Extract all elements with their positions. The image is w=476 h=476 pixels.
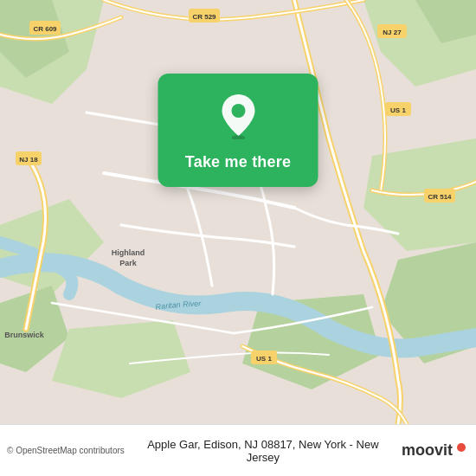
svg-text:US 1: US 1 — [256, 355, 272, 363]
svg-text:US 1: US 1 — [390, 106, 406, 114]
cta-card[interactable]: Take me there — [158, 74, 318, 187]
svg-text:Brunswick: Brunswick — [4, 331, 45, 339]
svg-point-30 — [231, 104, 245, 118]
moovit-brand-text: moovit — [402, 441, 453, 460]
moovit-logo: moovit — [402, 441, 466, 460]
svg-text:NJ 27: NJ 27 — [383, 29, 402, 36]
osm-attribution: © OpenStreetMap contributors — [7, 446, 125, 455]
svg-text:NJ 18: NJ 18 — [19, 156, 38, 164]
map-container: Raritan River CR 609 CR 529 NJ 27 NJ 18 … — [0, 0, 476, 424]
svg-text:CR 609: CR 609 — [33, 25, 57, 33]
svg-text:Highland: Highland — [112, 248, 145, 257]
moovit-logo-dot — [457, 443, 466, 452]
take-me-there-button[interactable]: Take me there — [185, 153, 291, 171]
svg-text:Park: Park — [119, 259, 138, 267]
svg-text:CR 529: CR 529 — [192, 13, 216, 21]
location-pin-icon — [219, 93, 257, 143]
location-info: Apple Gar, Edison, NJ 08817, New York - … — [125, 438, 402, 464]
svg-text:CR 514: CR 514 — [428, 193, 452, 201]
bottom-bar: © OpenStreetMap contributors Apple Gar, … — [0, 424, 476, 476]
